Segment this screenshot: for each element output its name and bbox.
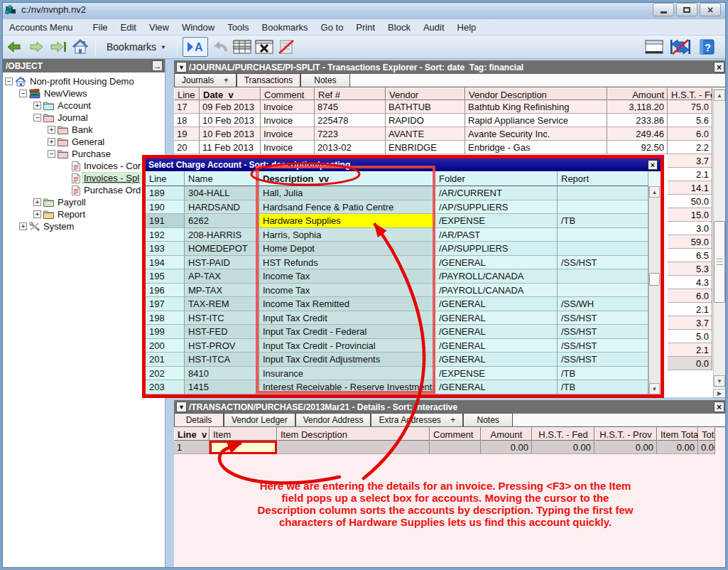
dialog-cell[interactable]: /SS/HST: [558, 311, 648, 326]
hst-cell[interactable]: 59.0: [668, 235, 712, 249]
tree-expand-toggle[interactable]: +: [48, 126, 55, 134]
dialog-cell[interactable]: HARDSAND: [185, 200, 259, 215]
column-header-3[interactable]: Ref #: [315, 87, 386, 100]
dialog-cell[interactable]: HST-PAID: [185, 256, 259, 270]
back-button[interactable]: [4, 37, 24, 57]
table-cell[interactable]: AVANTE: [386, 127, 465, 141]
tree-item-payroll[interactable]: +Payroll: [2, 196, 165, 208]
menu-item-go-to[interactable]: Go to: [315, 21, 350, 34]
dialog-cell[interactable]: [558, 186, 648, 200]
table-cell[interactable]: 20: [174, 141, 200, 154]
hst-cell[interactable]: 5.3: [668, 262, 712, 276]
dialog-cell[interactable]: Income Tax: [259, 284, 435, 298]
dialog-cell[interactable]: 208-HARRIS: [185, 228, 259, 242]
dialog-cell[interactable]: /TB: [558, 214, 648, 228]
dialog-cell[interactable]: /GENERAL: [435, 339, 558, 353]
tree-expand-toggle[interactable]: −: [5, 77, 13, 85]
table-cell[interactable]: 92.50: [607, 141, 668, 154]
dialog-cell[interactable]: /SS/HST: [558, 256, 648, 270]
table-cell[interactable]: 7223: [315, 127, 386, 141]
table-cell[interactable]: 8745: [315, 100, 386, 114]
forward-button[interactable]: [26, 37, 46, 57]
column-header-6[interactable]: Amount: [607, 87, 668, 100]
details-cell[interactable]: 0.00: [698, 441, 715, 454]
dialog-cell[interactable]: /TB: [558, 367, 648, 381]
tree-expand-toggle[interactable]: +: [48, 138, 55, 146]
dialog-cell[interactable]: 198: [146, 311, 185, 326]
details-cell[interactable]: 0.00: [532, 441, 594, 454]
dialog-cell[interactable]: MP-TAX: [185, 284, 259, 298]
hst-cell[interactable]: 6.0: [668, 289, 712, 303]
dialog-cell[interactable]: /GENERAL: [435, 311, 558, 326]
table-cell[interactable]: 11 Feb 2013: [200, 141, 261, 154]
dialog-cell[interactable]: HST Refunds: [259, 256, 435, 270]
details-cell[interactable]: 0.00: [594, 441, 657, 454]
details-tab-0[interactable]: Details: [174, 413, 224, 426]
column-header-1[interactable]: Date v: [200, 87, 261, 100]
help-button[interactable]: ?: [697, 37, 717, 57]
table-cell[interactable]: RAPIDO: [386, 114, 465, 127]
dialog-cell[interactable]: TAX-REM: [185, 297, 259, 311]
panel-dropdown-button[interactable]: ▼: [176, 402, 187, 412]
scroll-right-button[interactable]: ▶: [713, 389, 726, 398]
dialog-cell[interactable]: HST-ITCA: [185, 353, 259, 367]
dialog-cell[interactable]: /AP/SUPPLIERS: [435, 242, 558, 256]
dialog-cell[interactable]: Input Tax Credit - Federal: [259, 325, 435, 339]
transactions-tab-2[interactable]: Notes: [300, 73, 350, 87]
details-column-header-2[interactable]: Item Description: [277, 427, 430, 441]
undo-button[interactable]: [210, 37, 230, 57]
scroll-up-button[interactable]: ▲: [714, 90, 725, 101]
tree-item-journal[interactable]: −Journal: [2, 112, 165, 124]
details-cell[interactable]: 1: [174, 441, 210, 454]
dialog-cell[interactable]: /PAYROLL/CANADA: [435, 284, 558, 298]
dialog-column-header-0[interactable]: Line: [146, 171, 185, 186]
table-cell[interactable]: Invoice: [261, 141, 315, 154]
dialog-title-bar[interactable]: Select Charge Account - Sort: descriptio…: [146, 158, 661, 171]
tree-item-purchase[interactable]: −Purchase: [2, 148, 165, 160]
table-cell[interactable]: Invoice: [261, 127, 315, 141]
tree-item-system[interactable]: +System: [2, 220, 165, 232]
table-cell[interactable]: 225478: [315, 114, 386, 127]
dialog-cell[interactable]: /SS/WH: [558, 297, 648, 311]
dialog-cell[interactable]: [558, 269, 648, 284]
tree-expand-toggle[interactable]: −: [48, 150, 55, 158]
dialog-cell[interactable]: /AR/CURRENT: [435, 186, 558, 200]
table-cell[interactable]: 19: [174, 127, 200, 141]
dialog-cell[interactable]: /TB: [558, 380, 648, 394]
dialog-cell[interactable]: Home Depot: [259, 242, 435, 256]
bookmarks-dropdown[interactable]: Bookmarks ▼: [101, 37, 172, 57]
menu-item-edit[interactable]: Edit: [114, 21, 143, 34]
panel-dropdown-button[interactable]: ▼: [176, 62, 187, 72]
hst-cell[interactable]: 6.5: [668, 249, 712, 262]
table-cell[interactable]: 249.46: [607, 127, 668, 141]
table-cell[interactable]: 10 Feb 2013: [200, 127, 261, 141]
table-cell[interactable]: 2.2: [668, 141, 712, 154]
minimize-button[interactable]: [653, 3, 674, 16]
dialog-cell[interactable]: 201: [146, 353, 185, 367]
dialog-cell[interactable]: /GENERAL: [435, 353, 558, 367]
dialog-cell[interactable]: 192: [146, 228, 185, 242]
dialog-cell[interactable]: /SS/HST: [558, 339, 648, 353]
column-header-4[interactable]: Vendor: [386, 87, 465, 100]
dialog-cell[interactable]: Hardsand Fence & Patio Centre: [259, 200, 435, 215]
table-cell[interactable]: ENBRIDGE: [386, 141, 465, 154]
menu-item-audit[interactable]: Audit: [417, 21, 451, 34]
scrollbar-thumb[interactable]: [649, 273, 660, 286]
dialog-cell[interactable]: /GENERAL: [435, 380, 558, 394]
details-tab-3[interactable]: Extra Addresses +: [371, 413, 463, 426]
details-tab-2[interactable]: Vendor Address: [295, 413, 371, 426]
tree-expand-toggle[interactable]: +: [33, 102, 41, 109]
dialog-cell[interactable]: /GENERAL: [435, 325, 558, 339]
hst-cell[interactable]: 3.7: [668, 154, 712, 168]
dialog-cell[interactable]: /PAYROLL/CANADA: [435, 269, 558, 284]
dialog-cell[interactable]: HST-FED: [185, 325, 259, 339]
dialog-cell[interactable]: /SS/HST: [558, 353, 648, 367]
dialog-cell[interactable]: 191: [146, 214, 185, 228]
close-table-button[interactable]: [254, 37, 274, 57]
scrollbar-thumb[interactable]: [714, 221, 725, 303]
transactions-panel-close[interactable]: ×: [714, 62, 724, 72]
menu-item-accounts-menu[interactable]: Accounts Menu: [3, 21, 80, 34]
details-cell[interactable]: 0.00: [657, 441, 698, 454]
table-cell[interactable]: 18: [174, 114, 200, 127]
hst-cell[interactable]: 14.1: [668, 181, 712, 195]
